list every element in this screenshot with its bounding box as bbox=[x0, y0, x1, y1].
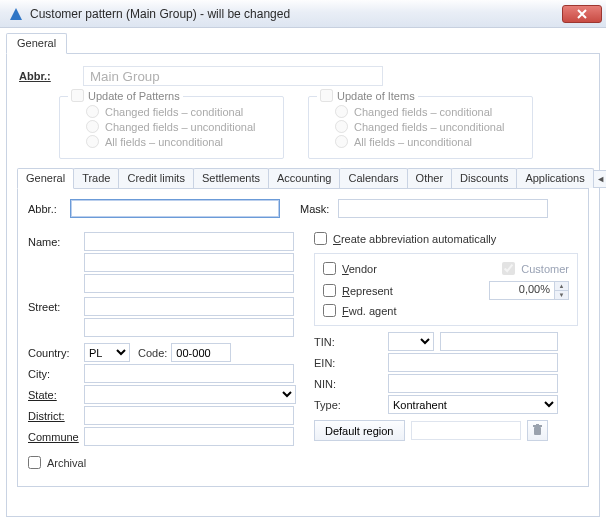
abbr-label: Abbr.: bbox=[28, 203, 70, 215]
update-patterns-legend: Update of Patterns bbox=[88, 90, 180, 102]
update-of-patterns-group: Update of Patterns Changed fields – cond… bbox=[59, 96, 284, 159]
vendor-label: Vendor bbox=[342, 263, 377, 275]
state-select[interactable] bbox=[84, 385, 296, 404]
tab-calendars[interactable]: Calendars bbox=[339, 168, 407, 188]
tab-settlements[interactable]: Settlements bbox=[193, 168, 269, 188]
tab-trade[interactable]: Trade bbox=[73, 168, 119, 188]
auto-abbr-checkbox[interactable] bbox=[314, 232, 327, 245]
street-label: Street: bbox=[28, 301, 84, 313]
tab-accounting[interactable]: Accounting bbox=[268, 168, 340, 188]
tab-general[interactable]: General bbox=[17, 168, 74, 189]
ein-label: EIN: bbox=[314, 357, 382, 369]
code-label: Code: bbox=[138, 347, 167, 359]
commune-label: Commune bbox=[28, 431, 84, 443]
inner-tab-strip: General Trade Credit limits Settlements … bbox=[17, 167, 589, 189]
svg-rect-5 bbox=[533, 425, 542, 427]
city-input[interactable] bbox=[84, 364, 294, 383]
tin-prefix-select[interactable] bbox=[388, 332, 434, 351]
customer-label: Customer bbox=[521, 263, 569, 275]
items-opt-0[interactable] bbox=[335, 105, 348, 118]
district-label: District: bbox=[28, 410, 84, 422]
tab-credit-limits[interactable]: Credit limits bbox=[118, 168, 193, 188]
mask-input[interactable] bbox=[338, 199, 548, 218]
default-region-input bbox=[411, 421, 521, 440]
customer-checkbox bbox=[502, 262, 515, 275]
ein-input[interactable] bbox=[388, 353, 558, 372]
name-label: Name: bbox=[28, 236, 84, 248]
abbr-input[interactable] bbox=[70, 199, 280, 218]
spin-up-icon[interactable]: ▲ bbox=[554, 282, 568, 291]
patterns-opt-1-label: Changed fields – unconditional bbox=[105, 121, 255, 133]
clear-region-button[interactable] bbox=[527, 420, 548, 441]
tin-label: TIN: bbox=[314, 336, 382, 348]
name-input-3[interactable] bbox=[84, 274, 294, 293]
window-titlebar: Customer pattern (Main Group) - will be … bbox=[0, 0, 606, 28]
items-opt-2[interactable] bbox=[335, 135, 348, 148]
svg-marker-0 bbox=[10, 8, 22, 20]
patterns-opt-1[interactable] bbox=[86, 120, 99, 133]
district-input[interactable] bbox=[84, 406, 294, 425]
app-icon bbox=[8, 6, 24, 22]
outer-tab-strip: General bbox=[6, 32, 600, 54]
fwd-agent-label: Fwd. agent bbox=[342, 305, 396, 317]
svg-rect-6 bbox=[536, 424, 539, 425]
update-of-items-group: Update of Items Changed fields – conditi… bbox=[308, 96, 533, 159]
represent-percent[interactable]: 0,00% ▲ ▼ bbox=[489, 281, 569, 300]
represent-label: Represent bbox=[342, 285, 393, 297]
nin-label: NIN: bbox=[314, 378, 382, 390]
name-input-2[interactable] bbox=[84, 253, 294, 272]
trash-icon bbox=[532, 424, 543, 438]
tin-input[interactable] bbox=[440, 332, 558, 351]
archival-checkbox[interactable] bbox=[28, 456, 41, 469]
vendor-checkbox[interactable] bbox=[323, 262, 336, 275]
patterns-opt-0-label: Changed fields – conditional bbox=[105, 106, 243, 118]
update-patterns-checkbox[interactable] bbox=[71, 89, 84, 102]
patterns-opt-2[interactable] bbox=[86, 135, 99, 148]
state-label: State: bbox=[28, 389, 84, 401]
tab-other[interactable]: Other bbox=[407, 168, 453, 188]
patterns-opt-0[interactable] bbox=[86, 105, 99, 118]
outer-tab-general[interactable]: General bbox=[6, 33, 67, 54]
abbr-header-label: Abbr.: bbox=[19, 70, 83, 82]
type-select[interactable]: Kontrahent bbox=[388, 395, 558, 414]
nin-input[interactable] bbox=[388, 374, 558, 393]
represent-checkbox[interactable] bbox=[323, 284, 336, 297]
update-items-legend: Update of Items bbox=[337, 90, 415, 102]
country-select[interactable]: PL bbox=[84, 343, 130, 362]
tab-applications[interactable]: Applications bbox=[516, 168, 593, 188]
tab-scroll-left[interactable]: ◄ bbox=[593, 170, 606, 188]
items-opt-0-label: Changed fields – conditional bbox=[354, 106, 492, 118]
window-close-button[interactable] bbox=[562, 5, 602, 23]
spin-down-icon[interactable]: ▼ bbox=[554, 291, 568, 299]
tab-discounts[interactable]: Discounts bbox=[451, 168, 517, 188]
type-label: Type: bbox=[314, 399, 382, 411]
mask-label: Mask: bbox=[300, 203, 338, 215]
archival-label: Archival bbox=[47, 457, 86, 469]
street-input-2[interactable] bbox=[84, 318, 294, 337]
city-label: City: bbox=[28, 368, 84, 380]
patterns-opt-2-label: All fields – unconditional bbox=[105, 136, 223, 148]
items-opt-2-label: All fields – unconditional bbox=[354, 136, 472, 148]
code-input[interactable] bbox=[171, 343, 231, 362]
items-opt-1-label: Changed fields – unconditional bbox=[354, 121, 504, 133]
items-opt-1[interactable] bbox=[335, 120, 348, 133]
svg-rect-4 bbox=[534, 427, 541, 435]
default-region-button[interactable]: Default region bbox=[314, 420, 405, 441]
window-title: Customer pattern (Main Group) - will be … bbox=[30, 7, 290, 21]
street-input-1[interactable] bbox=[84, 297, 294, 316]
country-label: Country: bbox=[28, 347, 84, 359]
commune-input[interactable] bbox=[84, 427, 294, 446]
abbr-header-input bbox=[83, 66, 383, 86]
auto-abbr-label: Create abbreviation automatically bbox=[333, 233, 496, 245]
update-items-checkbox[interactable] bbox=[320, 89, 333, 102]
represent-percent-value: 0,00% bbox=[519, 283, 550, 295]
fwd-agent-checkbox[interactable] bbox=[323, 304, 336, 317]
name-input-1[interactable] bbox=[84, 232, 294, 251]
